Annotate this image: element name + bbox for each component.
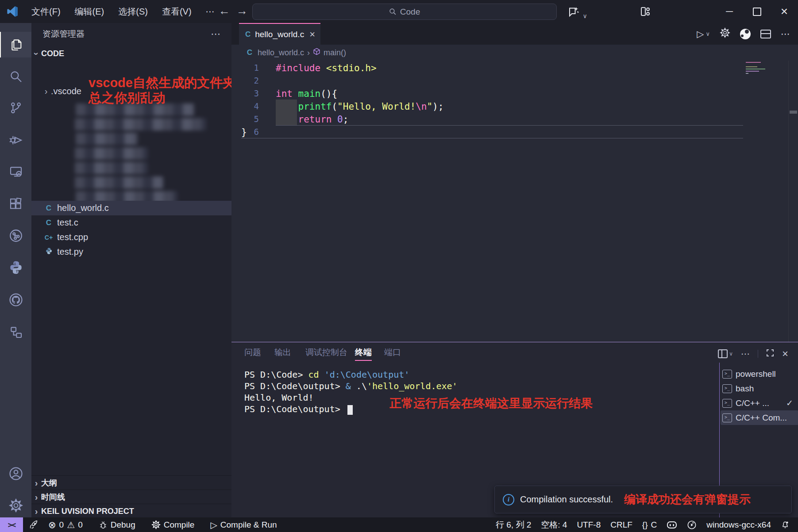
redacted-file-row[interactable] <box>75 147 148 160</box>
settings-gear-icon[interactable] <box>0 493 31 518</box>
menu-view[interactable]: 查看(V) <box>155 6 199 18</box>
tab-close-icon[interactable]: × <box>309 29 315 40</box>
redacted-file-row[interactable] <box>75 162 148 174</box>
section-timeline[interactable]: › 时间线 <box>31 490 231 504</box>
compile-button[interactable]: Compile <box>146 517 200 532</box>
window-minimize-button[interactable]: ─ <box>716 0 743 23</box>
close-panel-icon[interactable]: × <box>782 348 788 360</box>
notification-toast[interactable]: i Compilation successful. 编译成功还会有弹窗提示 <box>494 486 792 513</box>
scrollbar-cursor-marker[interactable] <box>790 111 797 114</box>
eol-setting[interactable]: CRLF <box>605 517 637 532</box>
terminal-profile-powershell[interactable]: >_ powershell <box>722 367 797 381</box>
notification-message: Compilation successful. <box>520 494 613 505</box>
customize-layout-icon[interactable] <box>641 7 651 18</box>
window-maximize-button[interactable] <box>743 0 771 23</box>
compile-run-button[interactable]: ▷ Compile & Run <box>205 517 281 532</box>
current-line-border-bottom <box>241 138 743 138</box>
terminal-cursor <box>347 405 353 415</box>
maximize-panel-icon[interactable] <box>766 349 774 359</box>
code-line: #include <stdio.h> <box>276 61 377 74</box>
file-row-test-py[interactable]: test.py <box>31 245 231 259</box>
panel-tab-debug-console[interactable]: 调试控制台 <box>305 347 347 360</box>
activitybar-circled-branch-icon[interactable] <box>0 223 31 249</box>
section-outline[interactable]: › 大纲 <box>31 475 231 490</box>
split-editor-icon[interactable] <box>760 30 771 38</box>
check-icon: ✓ <box>786 398 793 408</box>
indentation-setting[interactable]: 空格: 4 <box>536 517 572 532</box>
notification-annotation: 编译成功还会有弹窗提示 <box>624 492 751 507</box>
file-row-test-c[interactable]: C test.c <box>31 215 231 230</box>
rocket-launch-icon[interactable] <box>23 517 43 532</box>
workspace-root-row[interactable]: › CODE <box>31 46 231 61</box>
terminal-prompt-line[interactable]: PS D:\Code\output> <box>244 403 353 415</box>
redacted-file-row[interactable] <box>76 103 194 116</box>
nav-forward-icon[interactable]: → <box>231 4 253 18</box>
terminal-profile-cpp[interactable]: >_ C/C++ ... ✓ <box>722 396 797 410</box>
c-file-icon: C <box>245 48 254 57</box>
menu-selection[interactable]: 选择(S) <box>111 6 155 18</box>
menu-file[interactable]: 文件(F) <box>24 6 68 18</box>
terminal-icon: >_ <box>722 384 732 393</box>
activitybar-source-control-icon[interactable] <box>0 95 31 121</box>
panel-tab-problems[interactable]: 问题 <box>244 347 261 360</box>
activitybar-python-icon[interactable] <box>0 255 31 280</box>
activitybar-remote-explorer-icon[interactable] <box>0 159 31 185</box>
encoding-setting[interactable]: UTF-8 <box>572 517 605 532</box>
line-number: 4 <box>236 100 259 113</box>
redacted-file-row[interactable] <box>76 133 138 145</box>
panel-more-actions-icon[interactable]: ⋯ <box>741 348 750 359</box>
file-row-hello-world-c[interactable]: C hello_world.c <box>31 201 231 215</box>
editor-more-actions-icon[interactable]: ⋯ <box>781 29 790 39</box>
menu-edit[interactable]: 编辑(E) <box>68 6 112 18</box>
breadcrumb-separator: › <box>307 48 310 57</box>
vscode-window: 文件(F) 编辑(E) 选择(S) 查看(V) ⋯ ← → Code ∨ ─ × <box>0 0 798 532</box>
panel-tab-terminal[interactable]: 终端 <box>355 347 372 361</box>
file-label: test.py <box>57 247 83 257</box>
copilot-status-icon[interactable] <box>662 517 682 532</box>
terminal-profile-bash[interactable]: >_ bash <box>722 381 797 396</box>
tab-hello-world-c[interactable]: C hello_world.c × <box>239 23 320 45</box>
line-number: 5 <box>236 113 259 126</box>
window-close-button[interactable]: × <box>771 0 798 23</box>
file-row-test-cpp[interactable]: C+ test.cpp <box>31 230 231 245</box>
activitybar-flowchart-icon[interactable] <box>0 319 31 345</box>
activitybar-run-debug-icon[interactable] <box>0 127 31 153</box>
activitybar-extensions-icon[interactable] <box>0 191 31 217</box>
code-runner-icon[interactable] <box>682 517 702 532</box>
code-editor[interactable]: 1 2 3 4 5 6 #include <stdio.h> int main(… <box>231 61 798 342</box>
panel-tab-ports[interactable]: 端口 <box>384 347 401 360</box>
run-button[interactable]: ▷∨ <box>697 29 710 39</box>
section-keil-uvision[interactable]: › KEIL UVISION PROJECT <box>31 504 231 518</box>
sidebar-more-icon[interactable]: ⋯ <box>211 28 220 40</box>
redacted-file-row[interactable] <box>75 118 206 130</box>
debug-button[interactable]: Debug <box>94 517 140 532</box>
editor-settings-gear-icon[interactable] <box>720 27 730 40</box>
minimap[interactable] <box>746 62 772 74</box>
terminal-profile-cpp-com[interactable]: >_ C/C++ Com... <box>721 410 798 425</box>
activitybar-search-icon[interactable] <box>0 64 31 89</box>
chevron-right-icon: › <box>31 478 41 488</box>
breadcrumb[interactable]: C hello_world.c › main() <box>231 45 798 61</box>
activitybar-explorer-icon[interactable] <box>0 32 32 57</box>
title-bar: 文件(F) 编辑(E) 选择(S) 查看(V) ⋯ ← → Code ∨ ─ × <box>0 0 798 23</box>
activitybar-github-icon[interactable] <box>0 287 31 313</box>
panel-tab-output[interactable]: 输出 <box>274 347 291 360</box>
language-mode[interactable]: {} C <box>637 517 662 532</box>
line-number: 6 <box>236 126 259 138</box>
code-line: } <box>241 126 247 138</box>
redacted-file-row[interactable] <box>75 176 163 189</box>
search-icon <box>389 8 397 15</box>
breadcrumb-file[interactable]: hello_world.c <box>258 48 304 57</box>
line-number: 3 <box>236 87 259 100</box>
command-search-box[interactable]: Code <box>252 4 557 20</box>
breadcrumb-symbol[interactable]: main() <box>324 48 346 57</box>
yin-yang-extension-icon[interactable] <box>740 29 751 39</box>
remote-indicator[interactable]: >< <box>0 517 23 532</box>
notifications-bell-icon[interactable] <box>776 517 794 532</box>
compiler-target[interactable]: windows-gcc-x64 <box>702 517 776 532</box>
problems-indicator[interactable]: ⊗ 0 ⚠ 0 <box>43 517 88 532</box>
copilot-titlebar-icon[interactable]: ∨ <box>567 5 587 20</box>
account-icon[interactable] <box>0 461 31 486</box>
split-terminal-icon[interactable]: ∨ <box>718 349 733 358</box>
cursor-position[interactable]: 行 6, 列 2 <box>491 517 536 532</box>
